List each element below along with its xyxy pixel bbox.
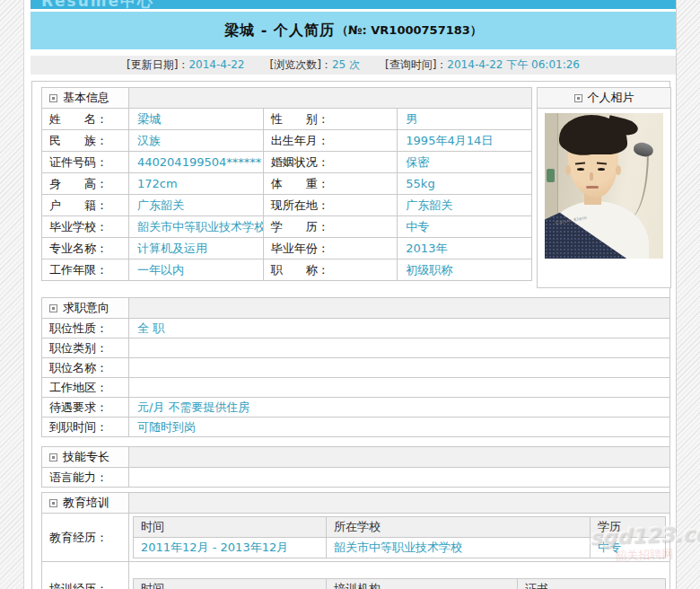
field-value: 中专 xyxy=(398,216,532,238)
field-value: 55kg xyxy=(398,173,532,195)
section-header-basic: 基本信息 xyxy=(42,88,532,109)
field-label: 婚姻状况： xyxy=(263,152,398,173)
field-label: 职位类别： xyxy=(42,338,129,358)
table-row: 待遇要求： 元/月 不需要提供住房 xyxy=(42,398,670,418)
page-title: 梁城 - 个人简历 xyxy=(224,22,335,40)
column-header: 时间 xyxy=(134,578,327,589)
table-row: 姓 名： 梁城 性 别： 男 xyxy=(42,109,532,130)
field-value xyxy=(129,338,670,358)
field-label: 专业名称： xyxy=(42,238,129,259)
field-value xyxy=(129,378,670,398)
section-title-cell: 教育培训 xyxy=(42,493,129,514)
photo-panel: 个人相片 Calvin Klein xyxy=(537,87,671,288)
field-label: 身 高： xyxy=(42,173,129,195)
update-date-group: [更新日期]：2014-4-22 xyxy=(127,58,244,71)
education-degree: 中专 xyxy=(591,538,666,558)
table-row: 户 籍： 广东韶关 现所在地： 广东韶关 xyxy=(42,195,532,216)
table-header-row: 时间 培训机构 证书 xyxy=(134,578,666,589)
field-value: 全 职 xyxy=(129,319,670,338)
section-toggle-icon[interactable] xyxy=(49,304,57,312)
resume-title-bar: 梁城 - 个人简历 （№: VR1000757183） xyxy=(31,12,676,49)
site-header-bar: Resume中心 xyxy=(31,0,676,9)
section-header-education: 教育培训 xyxy=(42,493,670,514)
photo-person-nose xyxy=(590,172,593,180)
field-label: 性 别： xyxy=(263,109,398,130)
table-row: 职位性质： 全 职 xyxy=(42,319,670,338)
table-row: 到职时间： 可随时到岗 xyxy=(42,418,670,437)
table-row: 毕业学校： 韶关市中等职业技术学校 学 历： 中专 xyxy=(42,216,532,238)
query-time-value: 2014-4-22 下午 06:01:26 xyxy=(447,58,580,71)
field-value: 初级职称 xyxy=(398,259,532,281)
field-label: 户 籍： xyxy=(42,195,129,216)
field-label: 毕业学校： xyxy=(42,216,129,238)
field-label: 到职时间： xyxy=(42,418,129,437)
section-title: 技能专长 xyxy=(63,450,109,463)
field-label: 证件号码： xyxy=(42,152,129,173)
field-label: 现所在地： xyxy=(263,195,398,216)
section-title-cell: 求职意向 xyxy=(42,298,129,319)
column-header: 培训机构 xyxy=(327,578,518,589)
photo-person-ear xyxy=(616,165,621,175)
view-count-group: [浏览次数]：25 次 xyxy=(270,58,360,71)
field-value: 一年以内 xyxy=(129,259,264,281)
section-toggle-icon[interactable] xyxy=(49,499,57,507)
job-intention-table: 求职意向 职位性质： 全 职 职位类别： 职位名称： 工作地区： xyxy=(41,297,670,437)
field-value: 1995年4月14日 xyxy=(398,130,532,152)
field-label: 毕业年份： xyxy=(263,238,398,259)
toggle-dot xyxy=(577,97,580,100)
toggle-dot xyxy=(52,307,55,310)
field-value: 汉族 xyxy=(129,130,264,152)
field-label: 培训经历： xyxy=(42,562,129,589)
table-row: 证件号码： 440204199504****** 婚姻状况： 保密 xyxy=(42,152,532,173)
section-toggle-icon[interactable] xyxy=(49,94,57,102)
training-history-row: 培训经历： 时间 培训机构 证书 xyxy=(42,562,670,589)
column-header: 学历 xyxy=(591,517,666,538)
field-label: 姓 名： xyxy=(42,109,129,130)
photo-panel-title: 个人相片 xyxy=(588,90,634,106)
education-history-inner-table: 时间 所在学校 学历 2011年12月 - 2013年12月 韶关市中等职业技术… xyxy=(133,516,666,558)
resume-number: （№: VR1000757183） xyxy=(337,22,482,39)
table-row: 专业名称： 计算机及运用 毕业年份： 2013年 xyxy=(42,238,532,259)
section-toggle-icon[interactable] xyxy=(574,94,582,102)
education-history-row: 教育经历： 时间 所在学校 学历 2011年12月 - 2013年12月 韶关市… xyxy=(42,514,670,562)
table-row: 2011年12月 - 2013年12月 韶关市中等职业技术学校 中专 xyxy=(134,538,666,558)
table-row: 语言能力： xyxy=(42,468,670,488)
training-history-cell: 时间 培训机构 证书 xyxy=(129,562,670,589)
table-row: 民 族： 汉族 出生年月： 1995年4月14日 xyxy=(42,130,532,152)
section-title-cell: 技能专长 xyxy=(42,447,129,468)
section-header-fill xyxy=(129,88,532,109)
column-header: 证书 xyxy=(518,578,666,589)
section-header-intent: 求职意向 xyxy=(42,298,670,319)
field-value: 440204199504****** xyxy=(129,152,264,173)
field-value: 可随时到岗 xyxy=(129,418,670,437)
toggle-dot xyxy=(52,502,55,505)
update-date-value: 2014-4-22 xyxy=(188,58,244,71)
field-value xyxy=(129,358,670,378)
photo-person-ear xyxy=(565,165,571,175)
table-row: 身 高： 172cm 体 重： 55kg xyxy=(42,173,532,195)
section-title: 求职意向 xyxy=(63,301,109,314)
basic-info-table: 基本信息 姓 名： 梁城 性 别： 男 民 族： 汉族 出生年月： 1995年4… xyxy=(41,87,532,281)
resume-body: 基本信息 姓 名： 梁城 性 别： 男 民 族： 汉族 出生年月： 1995年4… xyxy=(31,81,670,589)
field-value: 梁城 xyxy=(129,109,264,130)
field-value: 保密 xyxy=(398,152,532,173)
photo-wall-object xyxy=(547,169,555,182)
toggle-dot xyxy=(52,97,55,100)
field-value: 韶关市中等职业技术学校 xyxy=(129,216,264,238)
field-value: 2013年 xyxy=(398,238,532,259)
education-period: 2011年12月 - 2013年12月 xyxy=(134,538,327,558)
section-title: 教育培训 xyxy=(63,496,109,509)
education-table: 教育培训 教育经历： 时间 所在学校 学历 2011年1 xyxy=(41,492,670,589)
page-background: Resume中心 梁城 - 个人简历 （№: VR1000757183） [更新… xyxy=(0,0,700,589)
section-toggle-icon[interactable] xyxy=(49,453,57,462)
field-label: 语言能力： xyxy=(42,468,129,488)
field-label: 工作年限： xyxy=(42,259,129,281)
section-header-skills: 技能专长 xyxy=(42,447,670,468)
section-title: 基本信息 xyxy=(63,91,109,104)
field-label: 职位性质： xyxy=(42,319,129,338)
field-value: 广东韶关 xyxy=(129,195,264,216)
table-header-row: 时间 所在学校 学历 xyxy=(134,517,666,538)
update-date-label: [更新日期]： xyxy=(127,58,188,71)
field-value: 广东韶关 xyxy=(398,195,532,216)
field-value: 男 xyxy=(398,109,532,130)
